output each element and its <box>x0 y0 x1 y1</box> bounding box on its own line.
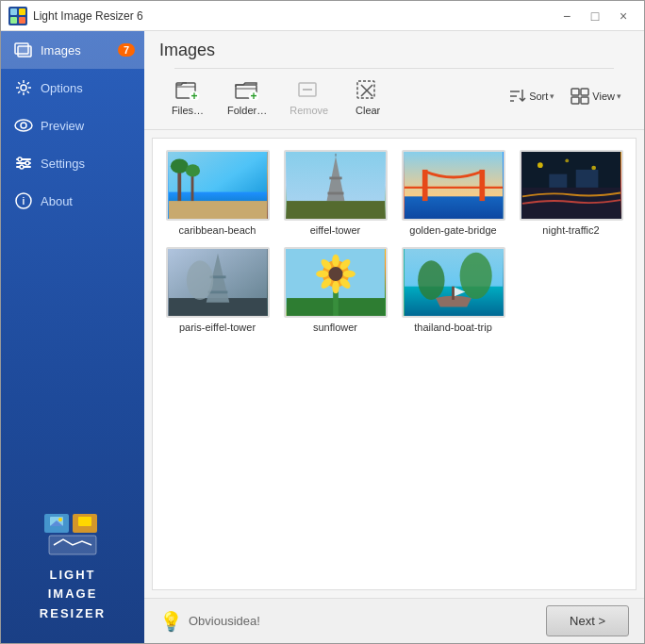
sidebar-item-about-label: About <box>41 194 73 208</box>
sort-label: Sort <box>529 91 548 102</box>
svg-point-7 <box>21 85 26 91</box>
clear-icon <box>356 76 380 103</box>
app-logo <box>8 7 27 25</box>
svg-point-79 <box>316 271 328 278</box>
svg-rect-40 <box>177 170 181 201</box>
svg-rect-39 <box>168 201 266 219</box>
svg-point-21 <box>58 518 62 521</box>
svg-rect-85 <box>452 287 455 300</box>
svg-text:+: + <box>251 90 257 100</box>
clear-label: Clear <box>356 105 380 116</box>
window-controls: − □ × <box>554 7 637 25</box>
svg-rect-53 <box>479 170 485 201</box>
view-icon <box>570 86 590 107</box>
svg-rect-23 <box>78 517 91 526</box>
image-grid: caribbean-beach <box>164 150 624 333</box>
sidebar-item-preview[interactable]: Preview <box>1 107 144 144</box>
image-item-night-traffic2[interactable]: night-traffic2 <box>518 150 624 236</box>
folder-label: Folder… <box>227 105 267 116</box>
content-area: Images + Files… <box>144 31 644 643</box>
image-thumb-paris-eiffel-tower <box>166 247 270 318</box>
image-thumb-thailand-boat-trip <box>402 247 505 318</box>
app-logo-icon <box>44 509 101 556</box>
settings-icon <box>14 154 33 173</box>
svg-rect-1 <box>10 8 17 15</box>
image-item-golden-gate[interactable]: golden-gate-bridge <box>400 150 506 236</box>
view-arrow-icon: ▾ <box>617 91 621 101</box>
page-title: Images <box>159 41 629 60</box>
close-button[interactable]: × <box>610 7 637 25</box>
svg-point-59 <box>591 166 596 171</box>
sidebar-item-preview-label: Preview <box>41 119 84 133</box>
image-thumb-night-traffic2 <box>520 150 623 221</box>
svg-point-72 <box>328 267 342 281</box>
svg-rect-36 <box>581 97 588 104</box>
sidebar-item-images-label: Images <box>41 43 81 58</box>
svg-rect-56 <box>521 188 620 219</box>
sidebar-item-options[interactable]: Options <box>1 69 144 107</box>
sidebar-item-settings[interactable]: Settings <box>1 144 144 182</box>
bulb-icon: 💡 <box>159 610 183 633</box>
footer: 💡 Obviousidea! Next > <box>144 598 644 643</box>
svg-point-57 <box>538 162 543 168</box>
svg-rect-47 <box>329 177 341 180</box>
sort-arrow-icon: ▾ <box>550 91 554 101</box>
image-grid-container[interactable]: caribbean-beach <box>152 138 637 590</box>
svg-point-43 <box>185 164 199 176</box>
image-item-paris-eiffel-tower[interactable]: paris-eiffel-tower <box>164 247 271 333</box>
sidebar: Images 7 Options Preview <box>1 31 144 643</box>
image-name-night-traffic2: night-traffic2 <box>542 224 599 236</box>
image-name-eiffel-tower: eiffel-tower <box>310 224 361 236</box>
next-button[interactable]: Next > <box>546 605 629 636</box>
minimize-button[interactable]: − <box>554 7 580 25</box>
clear-button[interactable]: Clear <box>339 73 396 120</box>
svg-point-77 <box>332 281 339 293</box>
svg-rect-61 <box>575 170 598 188</box>
svg-point-58 <box>565 159 569 163</box>
sidebar-logo-area: LIGHT IMAGE RESIZER <box>1 490 144 643</box>
svg-rect-34 <box>581 89 588 95</box>
image-item-eiffel-tower[interactable]: eiffel-tower <box>282 150 389 236</box>
folder-button[interactable]: + Folder… <box>216 73 278 120</box>
folder-icon: + <box>235 76 259 103</box>
image-item-sunflower[interactable]: sunflower <box>282 247 389 333</box>
svg-rect-48 <box>327 192 343 195</box>
svg-point-8 <box>15 120 32 131</box>
sort-button[interactable]: Sort ▾ <box>499 82 562 110</box>
svg-point-83 <box>418 260 444 300</box>
footer-brand: 💡 Obviousidea! <box>159 610 260 633</box>
image-item-caribbean-beach[interactable]: caribbean-beach <box>164 150 271 236</box>
image-item-thailand-boat-trip[interactable]: thailand-boat-trip <box>400 247 506 333</box>
image-thumb-golden-gate <box>402 150 505 221</box>
remove-label: Remove <box>289 105 328 116</box>
maximize-button[interactable]: □ <box>582 7 608 25</box>
svg-text:i: i <box>23 196 25 206</box>
svg-point-73 <box>332 255 339 267</box>
sidebar-item-options-label: Options <box>41 81 83 95</box>
images-badge: 7 <box>118 43 135 57</box>
brand-name: Obviousidea! <box>189 614 260 628</box>
options-icon <box>14 78 33 97</box>
toolbar-right: Sort ▾ View ▾ <box>499 82 629 110</box>
svg-point-14 <box>25 161 29 165</box>
svg-point-15 <box>20 165 24 169</box>
window-title: Light Image Resizer 6 <box>33 9 554 23</box>
svg-rect-33 <box>571 89 579 95</box>
image-thumb-sunflower <box>284 247 388 318</box>
svg-point-75 <box>342 271 355 278</box>
remove-button[interactable]: Remove <box>278 73 339 120</box>
svg-point-67 <box>186 260 212 300</box>
sidebar-item-settings-label: Settings <box>41 157 85 171</box>
sidebar-item-images[interactable]: Images 7 <box>1 31 144 69</box>
images-icon <box>14 41 33 59</box>
image-name-paris-eiffel-tower: paris-eiffel-tower <box>179 322 256 333</box>
main-layout: Images 7 Options Preview <box>1 31 644 643</box>
svg-rect-42 <box>190 174 193 201</box>
sidebar-item-about[interactable]: i About <box>1 182 144 220</box>
view-button[interactable]: View ▾ <box>562 82 629 110</box>
svg-rect-52 <box>422 170 427 201</box>
logo-text: LIGHT IMAGE RESIZER <box>20 566 125 624</box>
files-button[interactable]: + Files… <box>159 73 216 120</box>
footer-next: Next > <box>546 605 629 636</box>
svg-point-13 <box>18 157 22 161</box>
